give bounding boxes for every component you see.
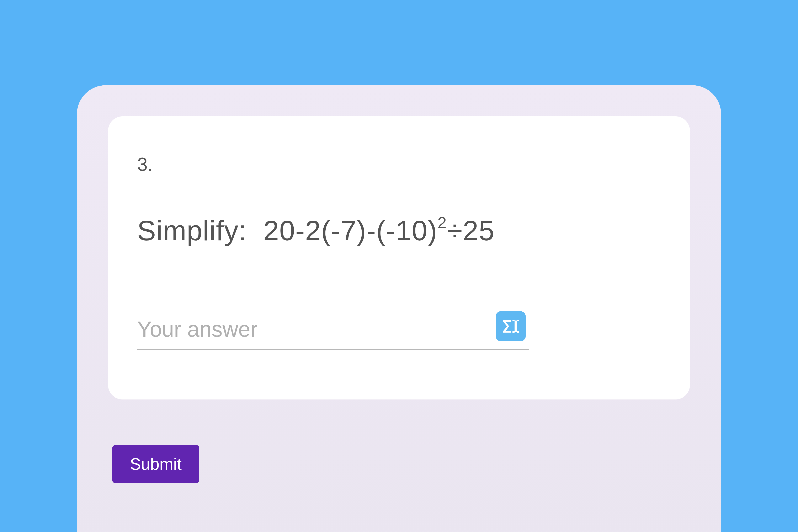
question-expression-exponent: 2	[438, 213, 447, 232]
svg-rect-0	[515, 321, 516, 331]
answer-input[interactable]	[137, 312, 529, 350]
answer-row	[137, 311, 526, 352]
question-text: Simplify: 20-2(-7)-(-10)2÷25	[137, 214, 661, 247]
form-container: 3. Simplify: 20-2(-7)-(-10)2÷25 Submit	[77, 85, 721, 532]
question-expression-part1: 20-2(-7)-(-10)	[263, 215, 438, 246]
equation-editor-button[interactable]	[496, 311, 526, 341]
question-expression-part2: ÷25	[447, 215, 495, 246]
sigma-cursor-icon	[500, 316, 521, 337]
question-number: 3.	[137, 154, 661, 175]
question-prompt-label: Simplify:	[137, 215, 247, 246]
submit-button[interactable]: Submit	[112, 445, 199, 483]
question-card: 3. Simplify: 20-2(-7)-(-10)2÷25	[108, 116, 690, 399]
